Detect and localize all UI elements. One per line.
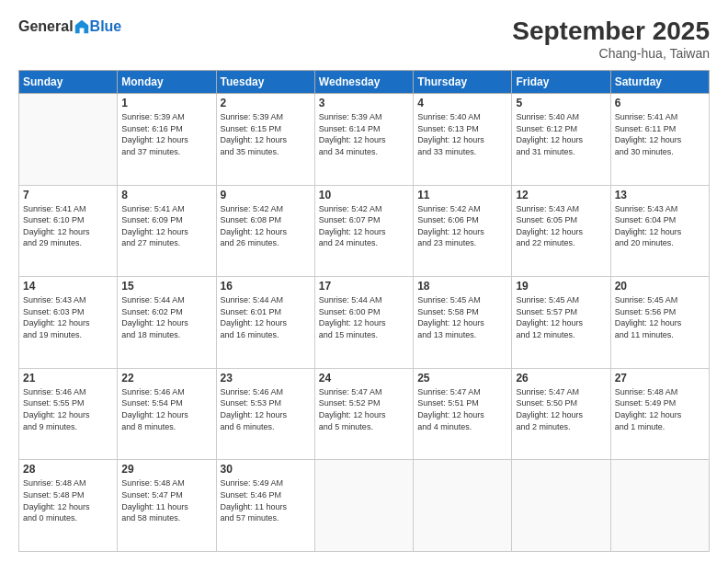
day-number: 21	[23, 372, 113, 385]
day-info: Sunrise: 5:45 AM Sunset: 5:57 PM Dayligh…	[516, 294, 606, 340]
calendar-cell-2-5: 19Sunrise: 5:45 AM Sunset: 5:57 PM Dayli…	[512, 277, 610, 369]
calendar-cell-4-3	[314, 460, 413, 552]
calendar-cell-3-0: 21Sunrise: 5:46 AM Sunset: 5:55 PM Dayli…	[19, 368, 118, 460]
col-sunday: Sunday	[19, 71, 118, 94]
day-info: Sunrise: 5:41 AM Sunset: 6:09 PM Dayligh…	[121, 203, 211, 249]
day-number: 16	[221, 280, 311, 293]
day-number: 19	[516, 280, 606, 293]
calendar-cell-4-0: 28Sunrise: 5:48 AM Sunset: 5:48 PM Dayli…	[19, 460, 118, 552]
day-number: 26	[516, 372, 606, 385]
day-info: Sunrise: 5:42 AM Sunset: 6:08 PM Dayligh…	[221, 203, 311, 249]
day-number: 30	[221, 463, 311, 476]
calendar-cell-0-3: 3Sunrise: 5:39 AM Sunset: 6:14 PM Daylig…	[314, 94, 413, 186]
month-title: September 2025	[512, 17, 710, 46]
week-row-2: 7Sunrise: 5:41 AM Sunset: 6:10 PM Daylig…	[19, 185, 710, 277]
week-row-5: 28Sunrise: 5:48 AM Sunset: 5:48 PM Dayli…	[19, 460, 710, 552]
col-tuesday: Tuesday	[216, 71, 314, 94]
day-info: Sunrise: 5:47 AM Sunset: 5:51 PM Dayligh…	[417, 386, 507, 432]
day-info: Sunrise: 5:45 AM Sunset: 5:58 PM Dayligh…	[417, 294, 507, 340]
day-info: Sunrise: 5:48 AM Sunset: 5:49 PM Dayligh…	[615, 386, 705, 432]
calendar-cell-3-2: 23Sunrise: 5:46 AM Sunset: 5:53 PM Dayli…	[216, 368, 314, 460]
week-row-4: 21Sunrise: 5:46 AM Sunset: 5:55 PM Dayli…	[19, 368, 710, 460]
day-number: 20	[615, 280, 705, 293]
col-friday: Friday	[512, 71, 610, 94]
calendar-cell-4-2: 30Sunrise: 5:49 AM Sunset: 5:46 PM Dayli…	[216, 460, 314, 552]
day-number: 24	[319, 372, 409, 385]
day-number: 5	[516, 97, 606, 109]
day-info: Sunrise: 5:40 AM Sunset: 6:13 PM Dayligh…	[417, 111, 507, 157]
calendar-cell-2-0: 14Sunrise: 5:43 AM Sunset: 6:03 PM Dayli…	[19, 277, 118, 369]
calendar-cell-3-3: 24Sunrise: 5:47 AM Sunset: 5:52 PM Dayli…	[314, 368, 413, 460]
calendar-cell-2-2: 16Sunrise: 5:44 AM Sunset: 6:01 PM Dayli…	[216, 277, 314, 369]
calendar-cell-0-6: 6Sunrise: 5:41 AM Sunset: 6:11 PM Daylig…	[610, 94, 709, 186]
day-number: 12	[516, 189, 606, 201]
day-info: Sunrise: 5:39 AM Sunset: 6:15 PM Dayligh…	[221, 111, 311, 157]
week-row-3: 14Sunrise: 5:43 AM Sunset: 6:03 PM Dayli…	[19, 277, 710, 369]
day-number: 8	[121, 189, 211, 201]
day-info: Sunrise: 5:42 AM Sunset: 6:07 PM Dayligh…	[319, 203, 409, 249]
calendar-cell-4-1: 29Sunrise: 5:48 AM Sunset: 5:47 PM Dayli…	[118, 460, 216, 552]
day-info: Sunrise: 5:40 AM Sunset: 6:12 PM Dayligh…	[516, 111, 606, 157]
calendar-cell-4-4	[414, 460, 512, 552]
col-thursday: Thursday	[414, 71, 512, 94]
day-number: 2	[221, 97, 311, 109]
calendar-cell-0-2: 2Sunrise: 5:39 AM Sunset: 6:15 PM Daylig…	[216, 94, 314, 186]
day-info: Sunrise: 5:41 AM Sunset: 6:10 PM Dayligh…	[23, 203, 113, 249]
title-section: September 2025 Chang-hua, Taiwan	[512, 17, 710, 61]
day-info: Sunrise: 5:46 AM Sunset: 5:55 PM Dayligh…	[23, 386, 113, 432]
calendar-cell-4-6	[610, 460, 709, 552]
calendar-cell-3-1: 22Sunrise: 5:46 AM Sunset: 5:54 PM Dayli…	[118, 368, 216, 460]
day-number: 28	[23, 463, 113, 476]
calendar-cell-1-4: 11Sunrise: 5:42 AM Sunset: 6:06 PM Dayli…	[414, 185, 512, 277]
day-number: 1	[121, 97, 211, 109]
location: Chang-hua, Taiwan	[512, 46, 710, 61]
calendar-cell-3-6: 27Sunrise: 5:48 AM Sunset: 5:49 PM Dayli…	[610, 368, 709, 460]
day-number: 7	[23, 189, 113, 201]
calendar-cell-0-5: 5Sunrise: 5:40 AM Sunset: 6:12 PM Daylig…	[512, 94, 610, 186]
header: General Blue September 2025 Chang-hua, T…	[18, 17, 710, 61]
day-number: 10	[319, 189, 409, 201]
day-number: 6	[615, 97, 705, 109]
day-number: 14	[23, 280, 113, 293]
day-info: Sunrise: 5:44 AM Sunset: 6:02 PM Dayligh…	[121, 294, 211, 340]
day-info: Sunrise: 5:49 AM Sunset: 5:46 PM Dayligh…	[221, 477, 311, 523]
calendar-cell-0-4: 4Sunrise: 5:40 AM Sunset: 6:13 PM Daylig…	[414, 94, 512, 186]
calendar-cell-1-3: 10Sunrise: 5:42 AM Sunset: 6:07 PM Dayli…	[314, 185, 413, 277]
day-info: Sunrise: 5:43 AM Sunset: 6:04 PM Dayligh…	[615, 203, 705, 249]
calendar-table: Sunday Monday Tuesday Wednesday Thursday…	[18, 70, 710, 552]
calendar-cell-2-3: 17Sunrise: 5:44 AM Sunset: 6:00 PM Dayli…	[314, 277, 413, 369]
calendar-cell-0-0	[19, 94, 118, 186]
day-info: Sunrise: 5:41 AM Sunset: 6:11 PM Dayligh…	[615, 111, 705, 157]
calendar-cell-1-5: 12Sunrise: 5:43 AM Sunset: 6:05 PM Dayli…	[512, 185, 610, 277]
calendar-cell-2-4: 18Sunrise: 5:45 AM Sunset: 5:58 PM Dayli…	[414, 277, 512, 369]
calendar-cell-2-6: 20Sunrise: 5:45 AM Sunset: 5:56 PM Dayli…	[610, 277, 709, 369]
calendar-cell-1-1: 8Sunrise: 5:41 AM Sunset: 6:09 PM Daylig…	[118, 185, 216, 277]
calendar-cell-1-2: 9Sunrise: 5:42 AM Sunset: 6:08 PM Daylig…	[216, 185, 314, 277]
calendar-cell-3-4: 25Sunrise: 5:47 AM Sunset: 5:51 PM Dayli…	[414, 368, 512, 460]
day-info: Sunrise: 5:39 AM Sunset: 6:16 PM Dayligh…	[121, 111, 211, 157]
day-number: 3	[319, 97, 409, 109]
calendar-cell-4-5	[512, 460, 610, 552]
day-number: 15	[121, 280, 211, 293]
calendar-cell-0-1: 1Sunrise: 5:39 AM Sunset: 6:16 PM Daylig…	[118, 94, 216, 186]
day-info: Sunrise: 5:39 AM Sunset: 6:14 PM Dayligh…	[319, 111, 409, 157]
day-info: Sunrise: 5:45 AM Sunset: 5:56 PM Dayligh…	[615, 294, 705, 340]
logo: General Blue	[18, 17, 121, 36]
day-number: 9	[221, 189, 311, 201]
calendar-cell-1-0: 7Sunrise: 5:41 AM Sunset: 6:10 PM Daylig…	[19, 185, 118, 277]
calendar-cell-1-6: 13Sunrise: 5:43 AM Sunset: 6:04 PM Dayli…	[610, 185, 709, 277]
calendar-cell-3-5: 26Sunrise: 5:47 AM Sunset: 5:50 PM Dayli…	[512, 368, 610, 460]
day-info: Sunrise: 5:46 AM Sunset: 5:54 PM Dayligh…	[121, 386, 211, 432]
day-info: Sunrise: 5:44 AM Sunset: 6:01 PM Dayligh…	[221, 294, 311, 340]
day-number: 11	[417, 189, 507, 201]
day-info: Sunrise: 5:43 AM Sunset: 6:03 PM Dayligh…	[23, 294, 113, 340]
day-info: Sunrise: 5:44 AM Sunset: 6:00 PM Dayligh…	[319, 294, 409, 340]
day-number: 23	[221, 372, 311, 385]
page: General Blue September 2025 Chang-hua, T…	[0, 0, 728, 563]
week-row-1: 1Sunrise: 5:39 AM Sunset: 6:16 PM Daylig…	[19, 94, 710, 186]
day-info: Sunrise: 5:46 AM Sunset: 5:53 PM Dayligh…	[221, 386, 311, 432]
day-number: 27	[615, 372, 705, 385]
calendar-header-row: Sunday Monday Tuesday Wednesday Thursday…	[19, 71, 710, 94]
day-info: Sunrise: 5:47 AM Sunset: 5:52 PM Dayligh…	[319, 386, 409, 432]
col-saturday: Saturday	[610, 71, 709, 94]
